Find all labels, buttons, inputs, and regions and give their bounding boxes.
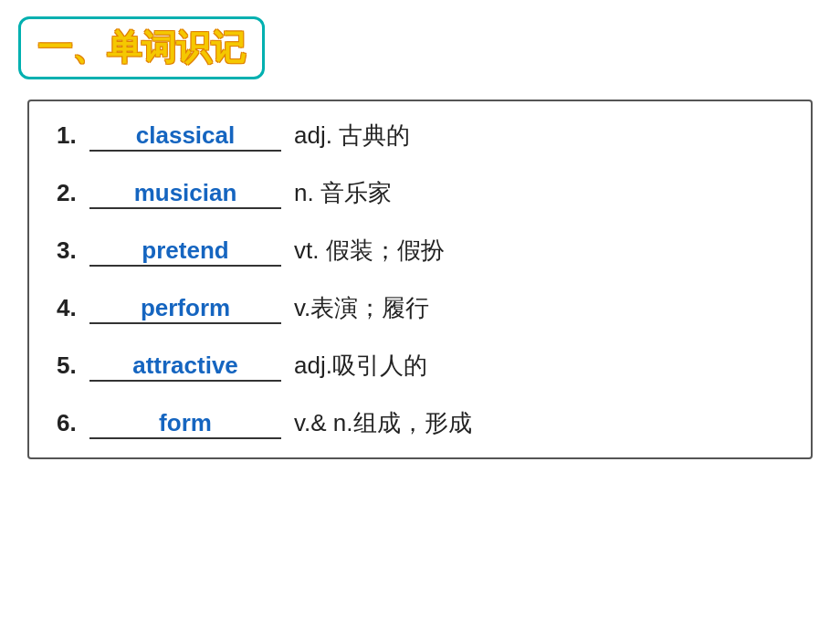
vocab-definition-1: adj. 古典的 (294, 120, 410, 152)
vocab-box: 1.classicaladj. 古典的2.musiciann. 音乐家3.pre… (27, 100, 813, 459)
vocab-definition-4: v.表演；履行 (294, 292, 429, 324)
page-title: 一、单词识记 (37, 28, 246, 67)
vocab-number-1: 1. (57, 121, 89, 150)
vocab-word-4: perform (89, 294, 281, 324)
vocab-definition-6: v.& n.组成，形成 (294, 407, 472, 439)
vocab-number-3: 3. (57, 236, 89, 265)
vocab-item-3: 3.pretendvt. 假装；假扮 (57, 235, 783, 267)
vocab-item-6: 6.formv.& n.组成，形成 (57, 407, 783, 439)
vocab-word-2: musician (89, 179, 281, 209)
page-container: 一、单词识记 1.classicaladj. 古典的2.musiciann. 音… (0, 0, 840, 630)
vocab-item-4: 4.performv.表演；履行 (57, 292, 783, 324)
vocab-word-1: classical (89, 121, 281, 152)
vocab-number-4: 4. (57, 294, 89, 322)
vocab-word-3: pretend (89, 236, 281, 267)
vocab-definition-2: n. 音乐家 (294, 177, 392, 209)
vocab-number-2: 2. (57, 179, 89, 207)
vocab-definition-3: vt. 假装；假扮 (294, 235, 445, 267)
vocab-word-5: attractive (89, 352, 281, 382)
vocab-number-6: 6. (57, 409, 89, 437)
vocab-definition-5: adj.吸引人的 (294, 350, 427, 382)
vocab-item-5: 5.attractiveadj.吸引人的 (57, 350, 783, 382)
title-box: 一、单词识记 (18, 16, 265, 79)
vocab-item-2: 2.musiciann. 音乐家 (57, 177, 783, 209)
vocab-number-5: 5. (57, 352, 89, 380)
vocab-item-1: 1.classicaladj. 古典的 (57, 120, 783, 152)
vocab-word-6: form (89, 409, 281, 439)
